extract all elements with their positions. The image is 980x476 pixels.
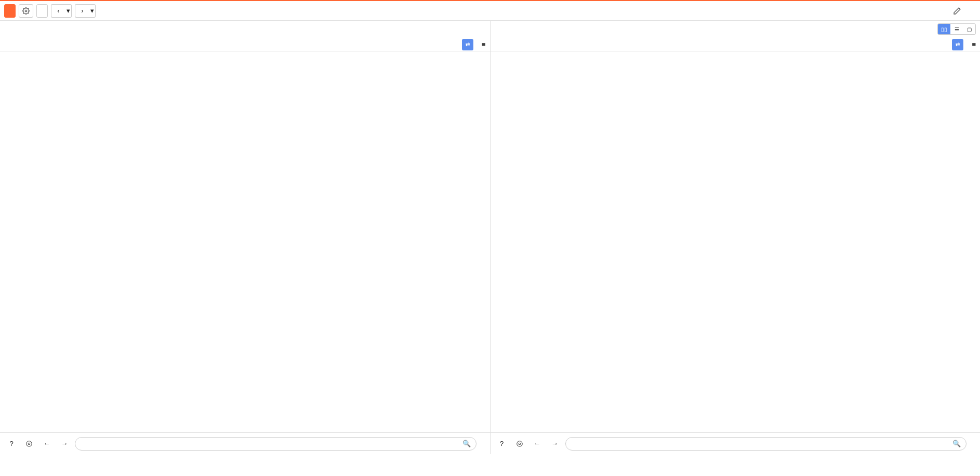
history-forward-dropdown[interactable]: ▾ — [89, 4, 96, 18]
history-back-button[interactable]: ‹ — [51, 4, 65, 18]
search-input[interactable] — [81, 440, 462, 447]
request-tabs: ⇄ ≡ — [0, 37, 490, 52]
svg-point-2 — [27, 441, 32, 446]
search-icon[interactable]: 🔍 — [952, 440, 961, 447]
layout-single-icon[interactable]: ▢ — [963, 24, 975, 34]
layout-toggle[interactable]: ▯▯ ☰ ▢ — [937, 23, 976, 35]
svg-point-1 — [28, 443, 30, 445]
request-editor[interactable] — [0, 52, 490, 432]
svg-point-0 — [25, 10, 27, 12]
cancel-button[interactable] — [36, 4, 48, 18]
layout-columns-icon[interactable]: ▯▯ — [938, 24, 950, 34]
search-prev-icon[interactable]: ← — [39, 437, 54, 451]
search-next-icon[interactable]: → — [548, 437, 562, 451]
search-box: 🔍 — [75, 437, 476, 451]
pretty-toggle-icon[interactable]: ⇄ — [462, 39, 473, 50]
settings-icon[interactable] — [22, 437, 36, 451]
gear-icon[interactable] — [19, 4, 33, 18]
response-editor[interactable] — [491, 52, 981, 432]
layout-rows-icon[interactable]: ☰ — [950, 24, 963, 34]
history-forward-button[interactable]: › — [75, 4, 89, 18]
svg-point-3 — [519, 443, 521, 445]
search-icon[interactable]: 🔍 — [462, 440, 471, 447]
help-icon[interactable]: ? — [4, 437, 19, 451]
search-box: 🔍 — [565, 437, 967, 451]
settings-icon[interactable] — [512, 437, 527, 451]
toolbar: ‹ ▾ › ▾ — [0, 0, 980, 21]
edit-target-icon[interactable] — [950, 4, 964, 18]
svg-point-4 — [517, 441, 522, 446]
help-icon[interactable]: ? — [495, 437, 509, 451]
search-next-icon[interactable]: → — [57, 437, 72, 451]
search-prev-icon[interactable]: ← — [530, 437, 545, 451]
history-back-dropdown[interactable]: ▾ — [65, 4, 72, 18]
pretty-toggle-icon[interactable]: ⇄ — [952, 39, 963, 50]
search-input[interactable] — [571, 440, 953, 447]
response-tabs: ⇄ ≡ — [491, 37, 981, 52]
response-pane: ▯▯ ☰ ▢ ⇄ ≡ ? ← → 🔍 — [491, 21, 981, 454]
request-pane: ⇄ ≡ ? ← → 🔍 — [0, 21, 491, 454]
hamburger-icon[interactable]: ≡ — [482, 41, 486, 48]
send-button[interactable] — [4, 4, 16, 18]
hamburger-icon[interactable]: ≡ — [972, 41, 976, 48]
